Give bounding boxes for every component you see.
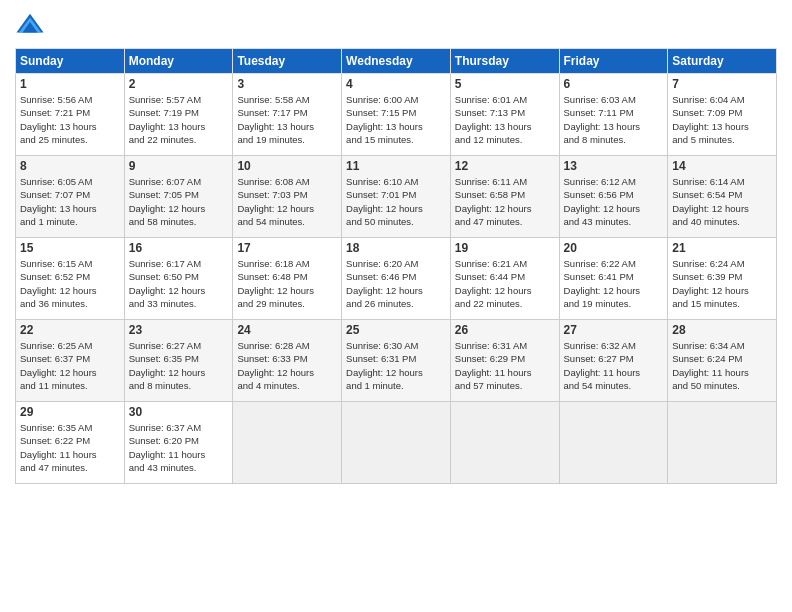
day-number: 1 <box>20 77 120 91</box>
calendar-day-cell <box>450 402 559 484</box>
day-number: 26 <box>455 323 555 337</box>
calendar-table: SundayMondayTuesdayWednesdayThursdayFrid… <box>15 48 777 484</box>
calendar-day-cell: 2Sunrise: 5:57 AMSunset: 7:19 PMDaylight… <box>124 74 233 156</box>
calendar-week-row: 15Sunrise: 6:15 AMSunset: 6:52 PMDayligh… <box>16 238 777 320</box>
calendar-day-cell: 5Sunrise: 6:01 AMSunset: 7:13 PMDaylight… <box>450 74 559 156</box>
day-info: Sunrise: 6:34 AMSunset: 6:24 PMDaylight:… <box>672 339 772 392</box>
day-number: 22 <box>20 323 120 337</box>
day-number: 14 <box>672 159 772 173</box>
day-info: Sunrise: 6:32 AMSunset: 6:27 PMDaylight:… <box>564 339 664 392</box>
day-info: Sunrise: 6:27 AMSunset: 6:35 PMDaylight:… <box>129 339 229 392</box>
calendar-day-cell <box>559 402 668 484</box>
day-number: 23 <box>129 323 229 337</box>
page: SundayMondayTuesdayWednesdayThursdayFrid… <box>0 0 792 612</box>
day-number: 10 <box>237 159 337 173</box>
weekday-header-monday: Monday <box>124 49 233 74</box>
day-info: Sunrise: 6:10 AMSunset: 7:01 PMDaylight:… <box>346 175 446 228</box>
day-number: 8 <box>20 159 120 173</box>
weekday-header-saturday: Saturday <box>668 49 777 74</box>
calendar-day-cell <box>342 402 451 484</box>
day-info: Sunrise: 6:20 AMSunset: 6:46 PMDaylight:… <box>346 257 446 310</box>
weekday-header-tuesday: Tuesday <box>233 49 342 74</box>
logo-icon <box>15 10 45 40</box>
day-number: 11 <box>346 159 446 173</box>
calendar-week-row: 29Sunrise: 6:35 AMSunset: 6:22 PMDayligh… <box>16 402 777 484</box>
day-number: 16 <box>129 241 229 255</box>
day-info: Sunrise: 6:17 AMSunset: 6:50 PMDaylight:… <box>129 257 229 310</box>
day-number: 20 <box>564 241 664 255</box>
day-info: Sunrise: 6:18 AMSunset: 6:48 PMDaylight:… <box>237 257 337 310</box>
day-number: 25 <box>346 323 446 337</box>
day-info: Sunrise: 5:57 AMSunset: 7:19 PMDaylight:… <box>129 93 229 146</box>
calendar-day-cell: 28Sunrise: 6:34 AMSunset: 6:24 PMDayligh… <box>668 320 777 402</box>
calendar-day-cell: 21Sunrise: 6:24 AMSunset: 6:39 PMDayligh… <box>668 238 777 320</box>
weekday-header-friday: Friday <box>559 49 668 74</box>
calendar-day-cell: 13Sunrise: 6:12 AMSunset: 6:56 PMDayligh… <box>559 156 668 238</box>
day-info: Sunrise: 6:24 AMSunset: 6:39 PMDaylight:… <box>672 257 772 310</box>
calendar-day-cell: 1Sunrise: 5:56 AMSunset: 7:21 PMDaylight… <box>16 74 125 156</box>
calendar-week-row: 22Sunrise: 6:25 AMSunset: 6:37 PMDayligh… <box>16 320 777 402</box>
day-info: Sunrise: 6:05 AMSunset: 7:07 PMDaylight:… <box>20 175 120 228</box>
calendar-day-cell: 8Sunrise: 6:05 AMSunset: 7:07 PMDaylight… <box>16 156 125 238</box>
day-info: Sunrise: 6:07 AMSunset: 7:05 PMDaylight:… <box>129 175 229 228</box>
calendar-day-cell: 18Sunrise: 6:20 AMSunset: 6:46 PMDayligh… <box>342 238 451 320</box>
day-number: 7 <box>672 77 772 91</box>
calendar-day-cell: 25Sunrise: 6:30 AMSunset: 6:31 PMDayligh… <box>342 320 451 402</box>
day-info: Sunrise: 6:14 AMSunset: 6:54 PMDaylight:… <box>672 175 772 228</box>
calendar-day-cell: 23Sunrise: 6:27 AMSunset: 6:35 PMDayligh… <box>124 320 233 402</box>
day-info: Sunrise: 6:25 AMSunset: 6:37 PMDaylight:… <box>20 339 120 392</box>
day-info: Sunrise: 6:01 AMSunset: 7:13 PMDaylight:… <box>455 93 555 146</box>
day-number: 17 <box>237 241 337 255</box>
day-number: 3 <box>237 77 337 91</box>
weekday-header-row: SundayMondayTuesdayWednesdayThursdayFrid… <box>16 49 777 74</box>
calendar-day-cell: 11Sunrise: 6:10 AMSunset: 7:01 PMDayligh… <box>342 156 451 238</box>
day-info: Sunrise: 6:08 AMSunset: 7:03 PMDaylight:… <box>237 175 337 228</box>
day-number: 28 <box>672 323 772 337</box>
day-number: 19 <box>455 241 555 255</box>
calendar-day-cell <box>233 402 342 484</box>
calendar-day-cell: 10Sunrise: 6:08 AMSunset: 7:03 PMDayligh… <box>233 156 342 238</box>
calendar-day-cell: 4Sunrise: 6:00 AMSunset: 7:15 PMDaylight… <box>342 74 451 156</box>
day-number: 2 <box>129 77 229 91</box>
day-number: 24 <box>237 323 337 337</box>
calendar-day-cell: 16Sunrise: 6:17 AMSunset: 6:50 PMDayligh… <box>124 238 233 320</box>
calendar-day-cell: 3Sunrise: 5:58 AMSunset: 7:17 PMDaylight… <box>233 74 342 156</box>
calendar-day-cell: 7Sunrise: 6:04 AMSunset: 7:09 PMDaylight… <box>668 74 777 156</box>
day-info: Sunrise: 5:58 AMSunset: 7:17 PMDaylight:… <box>237 93 337 146</box>
calendar-day-cell: 17Sunrise: 6:18 AMSunset: 6:48 PMDayligh… <box>233 238 342 320</box>
weekday-header-sunday: Sunday <box>16 49 125 74</box>
day-info: Sunrise: 6:22 AMSunset: 6:41 PMDaylight:… <box>564 257 664 310</box>
calendar-day-cell: 24Sunrise: 6:28 AMSunset: 6:33 PMDayligh… <box>233 320 342 402</box>
day-number: 29 <box>20 405 120 419</box>
day-info: Sunrise: 6:03 AMSunset: 7:11 PMDaylight:… <box>564 93 664 146</box>
calendar-day-cell <box>668 402 777 484</box>
day-info: Sunrise: 6:37 AMSunset: 6:20 PMDaylight:… <box>129 421 229 474</box>
day-info: Sunrise: 6:15 AMSunset: 6:52 PMDaylight:… <box>20 257 120 310</box>
calendar-day-cell: 9Sunrise: 6:07 AMSunset: 7:05 PMDaylight… <box>124 156 233 238</box>
calendar-day-cell: 12Sunrise: 6:11 AMSunset: 6:58 PMDayligh… <box>450 156 559 238</box>
day-info: Sunrise: 6:12 AMSunset: 6:56 PMDaylight:… <box>564 175 664 228</box>
day-number: 21 <box>672 241 772 255</box>
day-info: Sunrise: 6:31 AMSunset: 6:29 PMDaylight:… <box>455 339 555 392</box>
weekday-header-thursday: Thursday <box>450 49 559 74</box>
day-info: Sunrise: 6:28 AMSunset: 6:33 PMDaylight:… <box>237 339 337 392</box>
header <box>15 10 777 40</box>
day-number: 30 <box>129 405 229 419</box>
calendar-day-cell: 20Sunrise: 6:22 AMSunset: 6:41 PMDayligh… <box>559 238 668 320</box>
calendar-day-cell: 6Sunrise: 6:03 AMSunset: 7:11 PMDaylight… <box>559 74 668 156</box>
day-info: Sunrise: 6:00 AMSunset: 7:15 PMDaylight:… <box>346 93 446 146</box>
calendar-day-cell: 15Sunrise: 6:15 AMSunset: 6:52 PMDayligh… <box>16 238 125 320</box>
calendar-week-row: 8Sunrise: 6:05 AMSunset: 7:07 PMDaylight… <box>16 156 777 238</box>
day-number: 27 <box>564 323 664 337</box>
day-number: 5 <box>455 77 555 91</box>
day-number: 15 <box>20 241 120 255</box>
calendar-week-row: 1Sunrise: 5:56 AMSunset: 7:21 PMDaylight… <box>16 74 777 156</box>
day-info: Sunrise: 5:56 AMSunset: 7:21 PMDaylight:… <box>20 93 120 146</box>
day-info: Sunrise: 6:11 AMSunset: 6:58 PMDaylight:… <box>455 175 555 228</box>
day-number: 13 <box>564 159 664 173</box>
day-info: Sunrise: 6:21 AMSunset: 6:44 PMDaylight:… <box>455 257 555 310</box>
calendar-day-cell: 14Sunrise: 6:14 AMSunset: 6:54 PMDayligh… <box>668 156 777 238</box>
day-number: 9 <box>129 159 229 173</box>
day-info: Sunrise: 6:30 AMSunset: 6:31 PMDaylight:… <box>346 339 446 392</box>
day-info: Sunrise: 6:35 AMSunset: 6:22 PMDaylight:… <box>20 421 120 474</box>
